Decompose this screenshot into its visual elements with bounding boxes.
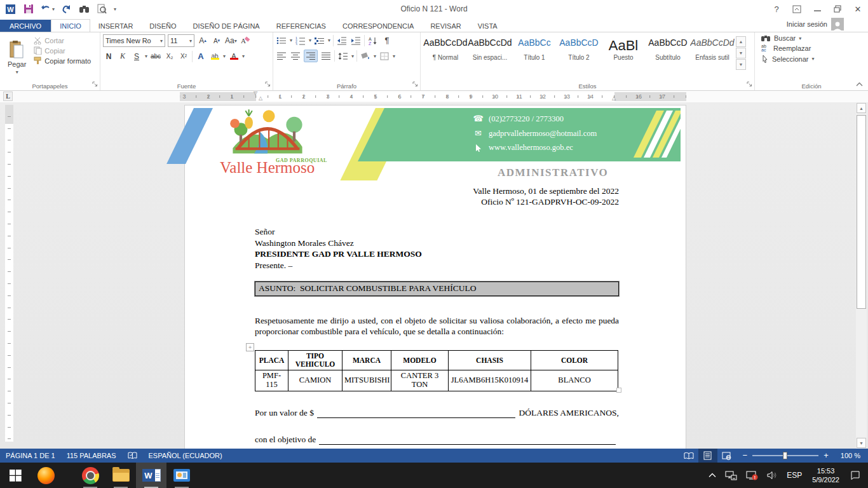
- replace-button[interactable]: abac Reemplazar: [761, 44, 865, 52]
- undo-button[interactable]: ▾: [41, 4, 55, 13]
- highlight-color-button[interactable]: ab: [209, 50, 220, 62]
- taskbar-explorer-icon[interactable]: [105, 463, 136, 488]
- tray-network-icon[interactable]: [721, 463, 742, 488]
- style-subtitulo[interactable]: AaBbCcDSubtítulo: [646, 36, 690, 81]
- vertical-ruler[interactable]: [5, 105, 13, 442]
- align-left-button[interactable]: [276, 50, 287, 62]
- styles-more-button[interactable]: ▼: [736, 59, 746, 70]
- font-color-dropdown-arrow[interactable]: ▾: [242, 53, 245, 59]
- styles-scroll-down[interactable]: ▼: [736, 48, 746, 58]
- customize-qat-arrow[interactable]: ▾: [114, 6, 116, 12]
- find-dropdown-arrow[interactable]: ▾: [799, 36, 801, 41]
- table-move-handle[interactable]: +: [246, 343, 254, 351]
- tab-revisar[interactable]: REVISAR: [422, 20, 469, 32]
- bullets-button[interactable]: [276, 34, 287, 46]
- print-layout-button[interactable]: [698, 449, 717, 463]
- zoom-slider-thumb[interactable]: [783, 452, 787, 459]
- style-puesto[interactable]: AaBlPuesto: [601, 36, 646, 81]
- shrink-font-button[interactable]: A▾: [211, 35, 222, 47]
- close-button[interactable]: ✕: [848, 0, 868, 18]
- zoom-out-button[interactable]: −: [743, 452, 748, 459]
- taskbar-word-icon[interactable]: W: [136, 463, 166, 488]
- tab-inicio[interactable]: INICIO: [51, 19, 90, 32]
- proofing-icon[interactable]: [122, 449, 143, 463]
- align-right-button[interactable]: [304, 50, 318, 62]
- word-count[interactable]: 115 PALABRAS: [61, 449, 122, 463]
- tab-archivo[interactable]: ARCHIVO: [0, 20, 51, 32]
- shading-dropdown-arrow[interactable]: ▾: [374, 53, 376, 59]
- find-button[interactable]: Buscar▾: [761, 34, 865, 42]
- underline-dropdown-arrow[interactable]: ▾: [145, 53, 147, 59]
- text-effects-button[interactable]: A: [195, 50, 207, 62]
- style-normal[interactable]: AaBbCcDd¶ Normal: [423, 36, 468, 81]
- font-name-combo[interactable]: Times New Ro▾: [103, 34, 165, 47]
- objective-blank-line[interactable]: [319, 435, 616, 445]
- action-center-icon[interactable]: [845, 463, 868, 488]
- sort-button[interactable]: AZ: [367, 34, 379, 46]
- value-blank-line[interactable]: [317, 409, 515, 418]
- tray-alert-icon[interactable]: !: [742, 463, 763, 488]
- bullets-dropdown-arrow[interactable]: ▾: [290, 37, 292, 43]
- scroll-down-arrow[interactable]: ▼: [857, 438, 866, 448]
- tray-volume-icon[interactable]: [763, 463, 782, 488]
- portapapeles-dialog-launcher[interactable]: [92, 80, 98, 89]
- highlight-dropdown-arrow[interactable]: ▾: [223, 53, 226, 59]
- styles-scroll-up[interactable]: ▲: [736, 36, 746, 47]
- tab-correspondencia[interactable]: CORRESPONDENCIA: [334, 20, 422, 32]
- document-page[interactable]: Valle Hermoso GAD PARROQUIAL ☎ (02)27732…: [184, 105, 686, 449]
- style-enfasis-sutil[interactable]: AaBbCcDdÉnfasis sutil: [690, 36, 735, 81]
- format-painter-button[interactable]: Copiar formato: [34, 57, 91, 65]
- line-spacing-dropdown-arrow[interactable]: ▾: [351, 53, 354, 59]
- table-resize-handle[interactable]: [616, 388, 621, 393]
- copy-button[interactable]: Copiar: [34, 46, 91, 55]
- shading-button[interactable]: [360, 50, 371, 62]
- print-preview-icon[interactable]: [97, 4, 107, 14]
- avatar[interactable]: [831, 18, 844, 30]
- font-color-button[interactable]: A: [228, 50, 240, 62]
- select-button[interactable]: Seleccionar▾: [761, 55, 865, 63]
- restore-button[interactable]: [827, 0, 848, 18]
- subscript-button[interactable]: X₂: [164, 50, 175, 62]
- read-mode-button[interactable]: [679, 449, 698, 463]
- right-indent-marker[interactable]: △: [612, 96, 616, 101]
- ribbon-display-options-icon[interactable]: [787, 0, 807, 18]
- horizontal-ruler[interactable]: 3 2 1 1 2 3 4 5 6 7 8 9 10 11 12 13 14 1…: [180, 92, 686, 101]
- estilos-dialog-launcher[interactable]: [747, 80, 752, 89]
- paste-dropdown-arrow[interactable]: ▾: [16, 69, 18, 75]
- underline-button[interactable]: S: [131, 50, 142, 62]
- undo-dropdown-arrow[interactable]: ▾: [52, 6, 55, 12]
- tray-language[interactable]: ESP: [782, 463, 806, 488]
- tab-selector[interactable]: L: [3, 92, 13, 101]
- line-spacing-button[interactable]: [337, 50, 349, 62]
- scroll-up-arrow[interactable]: ▲: [857, 103, 866, 113]
- italic-button[interactable]: K: [117, 50, 128, 62]
- numbering-dropdown-arrow[interactable]: ▾: [309, 37, 311, 43]
- tab-diseno[interactable]: DISEÑO: [141, 20, 184, 32]
- multilevel-dropdown-arrow[interactable]: ▾: [328, 37, 330, 43]
- justify-button[interactable]: [320, 50, 332, 62]
- zoom-slider[interactable]: [752, 455, 818, 456]
- redo-button[interactable]: [62, 4, 72, 14]
- tab-referencias[interactable]: REFERENCIAS: [268, 20, 334, 32]
- taskbar-app-icon[interactable]: [166, 463, 197, 488]
- style-titulo-1[interactable]: AaBbCcTítulo 1: [512, 36, 557, 81]
- taskbar-firefox-icon[interactable]: [31, 463, 61, 488]
- multilevel-list-button[interactable]: [314, 34, 325, 46]
- style-titulo-2[interactable]: AaBbCcDTítulo 2: [557, 36, 601, 81]
- strikethrough-button[interactable]: abc: [150, 50, 161, 62]
- tab-diseno-de-pagina[interactable]: DISEÑO DE PÁGINA: [185, 20, 268, 32]
- collapse-ribbon-button[interactable]: [856, 79, 863, 88]
- help-button[interactable]: ?: [766, 0, 787, 18]
- font-size-combo[interactable]: 11▾: [168, 34, 194, 47]
- numbering-button[interactable]: 123: [295, 34, 306, 46]
- page-indicator[interactable]: PÁGINA 1 DE 1: [0, 449, 61, 463]
- paste-button[interactable]: Pegar ▾: [3, 34, 31, 81]
- zoom-in-button[interactable]: +: [824, 452, 829, 459]
- minimize-button[interactable]: [807, 0, 827, 18]
- decrease-indent-button[interactable]: [336, 34, 348, 46]
- select-dropdown-arrow[interactable]: ▾: [811, 56, 814, 62]
- tray-chevron-icon[interactable]: [704, 463, 721, 488]
- fuente-dialog-launcher[interactable]: [265, 80, 271, 89]
- scrollbar-thumb[interactable]: [857, 115, 866, 309]
- web-layout-button[interactable]: [717, 449, 736, 463]
